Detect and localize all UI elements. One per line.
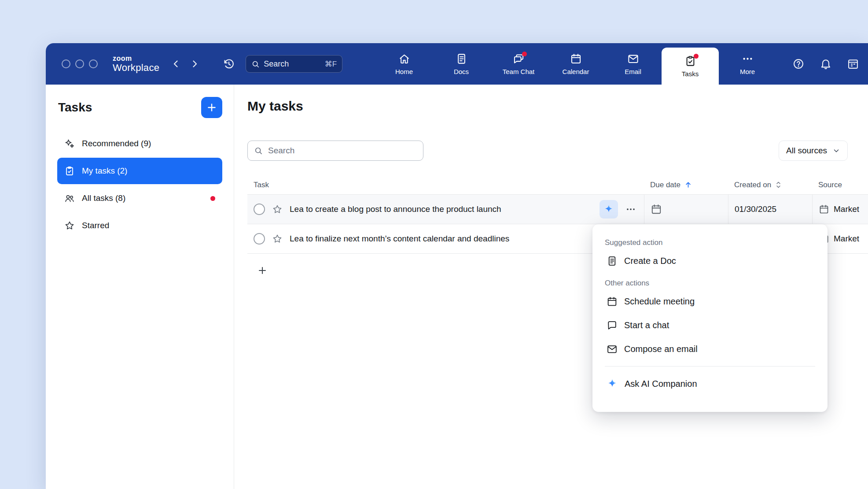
primary-nav: Home Docs Team Chat Calendar	[375, 43, 776, 85]
nav-label: Calendar	[563, 68, 589, 75]
window-minimize-button[interactable]	[75, 59, 84, 68]
star-icon	[272, 204, 283, 215]
sidebar-item-recommended[interactable]: Recommended (9)	[57, 130, 222, 157]
menu-item-schedule-meeting[interactable]: Schedule meeting	[605, 289, 815, 313]
menu-item-create-doc[interactable]: Create a Doc	[605, 249, 815, 273]
task-row[interactable]: Lea to create a blog post to announce th…	[247, 195, 868, 224]
nav-item-team-chat[interactable]: Team Chat	[490, 43, 547, 85]
sort-ascending-icon	[684, 181, 692, 189]
back-button[interactable]	[171, 59, 181, 69]
recents-button[interactable]	[223, 58, 235, 70]
nav-item-docs[interactable]: Docs	[433, 43, 490, 85]
source-label: Market	[834, 204, 859, 214]
sidebar-item-label: All tasks (8)	[82, 193, 125, 203]
star-task-button[interactable]	[272, 233, 283, 244]
task-complete-checkbox[interactable]	[254, 204, 265, 215]
window-controls	[62, 59, 98, 68]
column-header-due-date[interactable]: Due date	[644, 181, 728, 189]
nav-label: Team Chat	[503, 68, 535, 75]
suggested-actions-menu: Suggested action Create a Doc Other acti…	[592, 224, 828, 412]
search-shortcut: ⌘F	[325, 59, 337, 69]
column-header-task[interactable]: Task	[247, 181, 644, 189]
tasks-notification-dot	[694, 54, 699, 59]
home-icon	[398, 53, 410, 65]
forward-button[interactable]	[189, 59, 200, 69]
chevron-right-icon	[189, 59, 200, 69]
star-task-button[interactable]	[272, 204, 283, 215]
tasks-sidebar: Tasks Recommended (9) My tasks (2)	[46, 85, 234, 489]
set-due-date-button[interactable]	[651, 204, 662, 215]
add-task-inline-button[interactable]	[255, 263, 269, 278]
nav-item-more[interactable]: More	[719, 43, 776, 85]
sidebar-item-my-tasks[interactable]: My tasks (2)	[57, 158, 222, 184]
nav-label: Home	[395, 68, 413, 75]
global-search-placeholder: Search	[264, 59, 289, 69]
nav-label: More	[740, 68, 755, 75]
calendar-icon	[570, 53, 582, 65]
chevron-left-icon	[171, 59, 181, 69]
team-chat-icon	[513, 53, 525, 65]
task-title: Lea to create a blog post to announce th…	[290, 204, 501, 214]
people-icon	[64, 193, 75, 204]
chevron-down-icon	[832, 147, 840, 155]
star-icon	[64, 220, 75, 231]
sort-icon	[775, 181, 782, 189]
search-icon	[254, 146, 263, 155]
task-title: Lea to finalize next month’s content cal…	[290, 234, 509, 244]
doc-icon	[607, 256, 618, 267]
all-tasks-notification-dot	[210, 196, 215, 201]
search-icon	[251, 60, 260, 68]
task-search[interactable]	[247, 141, 423, 161]
menu-divider	[605, 366, 815, 367]
more-actions-button[interactable]	[625, 204, 636, 215]
bell-icon	[820, 58, 832, 70]
global-search[interactable]: Search ⌘F	[246, 55, 342, 73]
nav-label: Email	[625, 68, 641, 75]
window-close-button[interactable]	[62, 59, 70, 68]
menu-item-compose-email[interactable]: Compose an email	[605, 337, 815, 361]
column-header-created-on[interactable]: Created on	[728, 181, 812, 189]
plus-icon	[257, 265, 268, 276]
ellipsis-icon	[625, 204, 636, 215]
nav-item-email[interactable]: Email	[604, 43, 662, 85]
chat-icon	[607, 320, 618, 331]
docs-icon	[456, 53, 467, 65]
sidebar-title: Tasks	[58, 100, 92, 115]
source-label: Market	[834, 234, 859, 244]
notifications-button[interactable]	[820, 58, 832, 70]
calendar-icon	[607, 296, 618, 307]
sidebar-item-all-tasks[interactable]: All tasks (8)	[57, 185, 222, 211]
menu-item-start-chat[interactable]: Start a chat	[605, 313, 815, 337]
sources-filter-label: All sources	[786, 146, 827, 156]
sidebar-item-starred[interactable]: Starred	[57, 212, 222, 239]
column-header-source[interactable]: Source	[812, 181, 868, 189]
task-search-input[interactable]	[267, 145, 417, 156]
top-bar: zoom Workplace Search ⌘F	[46, 43, 868, 85]
help-button[interactable]	[792, 58, 805, 70]
mini-calendar-icon	[847, 58, 859, 70]
sidebar-item-label: Recommended (9)	[82, 139, 151, 148]
ai-companion-icon	[607, 378, 618, 389]
help-icon	[792, 58, 805, 70]
nav-item-home[interactable]: Home	[375, 43, 433, 85]
window-zoom-button[interactable]	[89, 59, 98, 68]
nav-item-tasks[interactable]: Tasks	[662, 48, 719, 85]
column-label: Due date	[650, 181, 680, 189]
nav-item-calendar[interactable]: Calendar	[547, 43, 604, 85]
ai-companion-icon	[603, 204, 614, 215]
sidebar-header: Tasks	[46, 97, 234, 118]
task-cell: Lea to finalize next month’s content cal…	[247, 233, 644, 244]
task-complete-checkbox[interactable]	[254, 233, 265, 244]
schedule-button[interactable]	[847, 58, 859, 70]
column-label: Source	[818, 181, 842, 189]
sources-filter-dropdown[interactable]: All sources	[779, 141, 848, 161]
new-task-button[interactable]	[201, 97, 222, 118]
menu-item-ask-ai-companion[interactable]: Ask AI Companion	[605, 372, 815, 396]
calendar-add-icon	[651, 204, 662, 215]
task-cell: Lea to create a blog post to announce th…	[247, 200, 644, 219]
ai-companion-button[interactable]	[600, 200, 618, 219]
table-header: Task Due date Created on Source	[247, 175, 868, 195]
my-tasks-icon	[64, 166, 75, 176]
menu-item-label: Ask AI Companion	[625, 379, 697, 389]
list-controls: All sources	[247, 141, 868, 161]
